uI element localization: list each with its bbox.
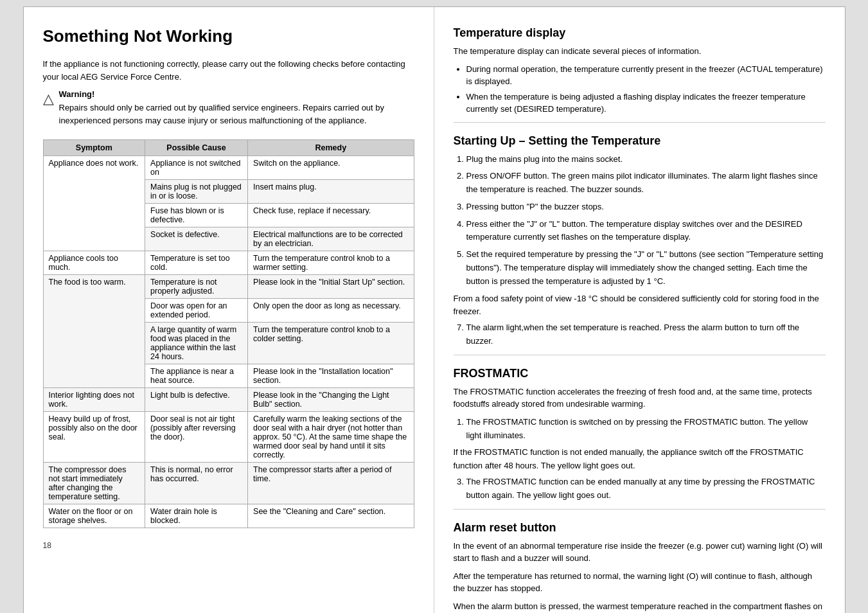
table-row: The compressor does not start immediatel… — [43, 463, 414, 504]
section-heading-starting-up: Starting Up – Setting the Temperature — [454, 134, 826, 148]
symptom-cell: Interior lighting does not work. — [43, 388, 145, 412]
table-row: Interior lighting does not work.Light bu… — [43, 388, 414, 412]
alarm-para: After the temperature has returned to no… — [454, 570, 826, 595]
symptom-cell: Water on the floor or on storage shelves… — [43, 504, 145, 528]
col-header-symptom: Symptom — [43, 140, 145, 156]
page-number-left: 18 — [43, 541, 414, 550]
table-row: Appliance cools too much.Temperature is … — [43, 251, 414, 275]
table-container: Symptom Possible Cause Remedy Appliance … — [43, 139, 414, 528]
symptom-cell: Appliance cools too much. — [43, 251, 145, 275]
frostmatic-step: The FROSTMATIC function is switched on b… — [466, 416, 826, 443]
temp-display-intro: The temperature display can indicate sev… — [454, 45, 826, 58]
step-item: Press ON/OFF button. The green mains pil… — [466, 170, 826, 197]
cause-cell: Fuse has blown or is defective. — [145, 204, 248, 227]
remedy-cell: Insert mains plug. — [248, 180, 414, 204]
step-item: Pressing button "P" the buzzer stops. — [466, 200, 826, 214]
remedy-cell: See the "Cleaning and Care" section. — [248, 504, 414, 528]
bullet-1: During normal operation, the temperature… — [466, 63, 826, 88]
page-container: Something Not Working If the appliance i… — [23, 6, 846, 613]
cause-cell: Door seal is not air tight (possibly aft… — [145, 412, 248, 463]
warning-icon: △ — [43, 91, 54, 107]
table-row: Heavy build up of frost, possibly also o… — [43, 412, 414, 463]
remedy-cell: Please look in the "Initial Start Up" se… — [248, 275, 414, 299]
extra-para: From a food safety point of view -18 °C … — [454, 292, 826, 319]
cause-cell: Water drain hole is blocked. — [145, 504, 248, 528]
section-heading-alarm: Alarm reset button — [454, 521, 826, 535]
step-item: Set the required temperature by pressing… — [466, 248, 826, 288]
cause-cell: Door was open for an extended period. — [145, 299, 248, 323]
alarm-para: In the event of an abnormal temperature … — [454, 540, 826, 565]
frostmatic-step: The FROSTMATIC function can be ended man… — [466, 475, 826, 502]
intro-text: If the appliance is not functioning corr… — [43, 58, 414, 83]
right-panel: Temperature display The temperature disp… — [434, 7, 845, 613]
remedy-cell: The compressor starts after a period of … — [248, 463, 414, 504]
remedy-cell: Please look in the "Changing the Light B… — [248, 388, 414, 412]
cause-cell: Temperature is set too cold. — [145, 251, 248, 275]
temp-display-bullets: During normal operation, the temperature… — [466, 63, 826, 116]
starting-up-steps: Plug the mains plug into the mains socke… — [466, 153, 826, 348]
table-row: The food is too warm.Temperature is not … — [43, 275, 414, 299]
troubleshoot-table: Symptom Possible Cause Remedy Appliance … — [43, 139, 414, 528]
col-header-cause: Possible Cause — [145, 140, 248, 156]
remedy-cell: Carefully warm the leaking sections of t… — [248, 412, 414, 463]
cause-cell: The appliance is near a heat source. — [145, 364, 248, 388]
remedy-cell: Check fuse, replace if necessary. — [248, 204, 414, 227]
remedy-cell: Please look in the "Installation locatio… — [248, 364, 414, 388]
page-title: Something Not Working — [43, 26, 414, 46]
left-panel: Something Not Working If the appliance i… — [24, 7, 434, 613]
warning-text: Repairs should only be carried out by qu… — [59, 102, 414, 127]
remedy-cell: Turn the temperature control knob to a c… — [248, 323, 414, 364]
symptom-cell: Appliance does not work. — [43, 156, 145, 251]
symptom-cell: Heavy build up of frost, possibly also o… — [43, 412, 145, 463]
remedy-cell: Electrical malfunctions are to be correc… — [248, 227, 414, 251]
section-heading-temp-display: Temperature display — [454, 26, 826, 40]
cause-cell: Socket is defective. — [145, 227, 248, 251]
section-heading-frostmatic: FROSTMATIC — [454, 367, 826, 380]
remedy-cell: Switch on the appliance. — [248, 156, 414, 180]
bullet-2: When the temperature is being adjusted a… — [466, 91, 826, 116]
cause-cell: A large quantity of warm food was placed… — [145, 323, 248, 364]
frostmatic-steps: The FROSTMATIC function is switched on b… — [466, 416, 826, 502]
warning-box: △ Warning! Repairs should only be carrie… — [43, 89, 414, 127]
cause-cell: Temperature is not properly adjusted. — [145, 275, 248, 299]
cause-cell: This is normal, no error has occurred. — [145, 463, 248, 504]
frostmatic-intro: The FROSTMATIC function accelerates the … — [454, 386, 826, 411]
remedy-cell: Turn the temperature control knob to a w… — [248, 251, 414, 275]
cause-cell: Mains plug is not plugged in or is loose… — [145, 180, 248, 204]
symptom-cell: The compressor does not start immediatel… — [43, 463, 145, 504]
step-item: Press either the "J" or "L" button. The … — [466, 218, 826, 245]
table-row: Appliance does not work.Appliance is not… — [43, 156, 414, 180]
warning-content: Warning! Repairs should only be carried … — [59, 89, 414, 127]
remedy-cell: Only open the door as long as necessary. — [248, 299, 414, 323]
symptom-cell: The food is too warm. — [43, 275, 145, 388]
cause-cell: Appliance is not switched on — [145, 156, 248, 180]
table-row: Water on the floor or on storage shelves… — [43, 504, 414, 528]
warning-title: Warning! — [59, 89, 414, 99]
frostmatic-extra: If the FROSTMATIC function is not ended … — [454, 446, 826, 473]
col-header-remedy: Remedy — [248, 140, 414, 156]
step-item: The alarm light,when the set temperature… — [466, 321, 826, 348]
alarm-paras: In the event of an abnormal temperature … — [454, 540, 826, 613]
alarm-para: When the alarm button is pressed, the wa… — [454, 600, 826, 613]
cause-cell: Light bulb is defective. — [145, 388, 248, 412]
step-item: Plug the mains plug into the mains socke… — [466, 153, 826, 166]
